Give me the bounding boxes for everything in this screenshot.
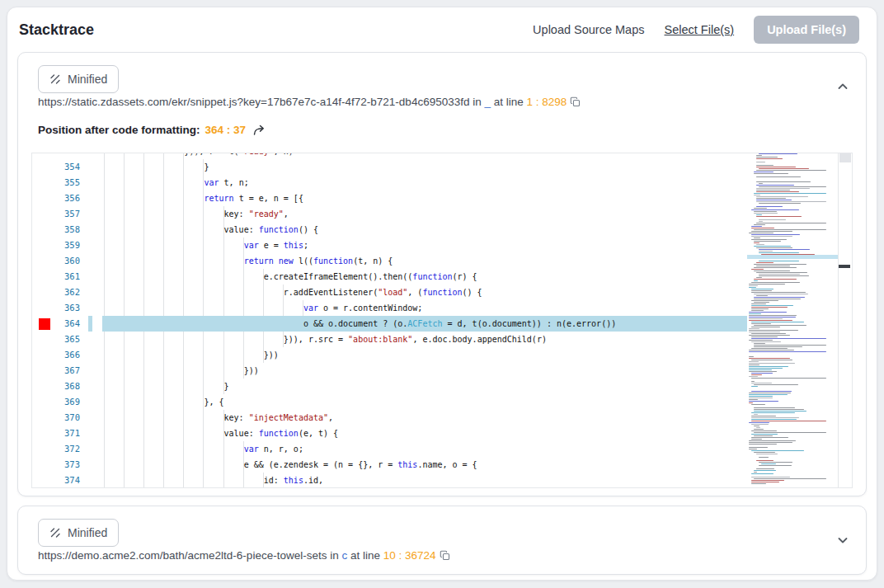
code-token: this xyxy=(397,457,417,473)
code-token: e = xyxy=(259,238,284,253)
minimap[interactable] xyxy=(747,153,839,487)
minified-badge[interactable]: Minified xyxy=(38,519,119,547)
glyph-margin xyxy=(32,473,55,487)
at-line-word: at line xyxy=(350,549,380,562)
code-line: 365})), r.src = "about:blank", e.doc.bod… xyxy=(32,332,747,347)
indent-guides xyxy=(85,394,204,410)
glyph-margin xyxy=(32,363,55,379)
code-token: })) xyxy=(244,363,259,379)
code-editor[interactable]: })), r = t("ready", n)354}355var t, n;35… xyxy=(31,153,853,488)
copy-icon[interactable] xyxy=(570,96,581,107)
goto-arrow-icon[interactable] xyxy=(252,124,266,136)
line-number xyxy=(55,153,85,159)
scrollbar-thumb[interactable] xyxy=(839,153,851,162)
code-token: var xyxy=(244,441,259,457)
code-token: value: xyxy=(224,426,259,441)
minimap-bar xyxy=(751,483,766,484)
indent-guides xyxy=(85,285,284,300)
upload-source-maps-label: Upload Source Maps xyxy=(533,23,644,36)
minified-badge[interactable]: Minified xyxy=(38,65,119,93)
frame-url: https://static.zdassets.com/ekr/snippet.… xyxy=(38,96,469,108)
line-number: 369 xyxy=(55,394,85,410)
line-number: 360 xyxy=(55,253,85,269)
line-number: 372 xyxy=(55,441,85,457)
line-number: 362 xyxy=(55,285,85,300)
code-token: } xyxy=(224,379,229,394)
line-number: 363 xyxy=(55,300,85,316)
stack-frame-panel-1: Minified https://static.zdassets.com/ekr… xyxy=(17,52,867,496)
position-label: Position after code formatting: xyxy=(38,124,200,136)
line-number: 357 xyxy=(55,206,85,222)
code-token: function xyxy=(422,285,462,300)
minimap-bar xyxy=(756,216,802,217)
minimap-bar xyxy=(749,351,826,352)
upload-files-button[interactable]: Upload File(s) xyxy=(754,16,859,44)
glyph-margin xyxy=(32,175,55,191)
line-number: 368 xyxy=(55,379,85,394)
page-title: Stacktrace xyxy=(19,21,94,39)
indent-guides xyxy=(85,473,264,487)
minimap-bar xyxy=(756,454,778,454)
line-number: 366 xyxy=(55,347,85,363)
code-token: return xyxy=(244,253,274,269)
expand-chevron-icon[interactable] xyxy=(836,534,849,547)
line-number: 361 xyxy=(55,269,85,285)
indent-guides xyxy=(85,269,264,285)
minimap-bar xyxy=(759,457,769,458)
minimap-bar xyxy=(759,275,809,276)
glyph-margin xyxy=(32,347,55,363)
glyph-margin xyxy=(32,394,55,410)
editor-scrollbar[interactable] xyxy=(839,153,852,487)
code-line: 373e && (e.zendesk = (n = {}, r = this.n… xyxy=(32,457,747,473)
minimap-bar xyxy=(751,412,795,413)
indent-guides xyxy=(85,379,224,394)
code-token: = d, t(o.document)) : n(e.error()) xyxy=(442,316,616,332)
scrollbar-line-marker xyxy=(839,265,850,268)
indent-guides xyxy=(85,159,204,175)
code-token: "ready" xyxy=(249,206,284,222)
code-token: })), r = t( xyxy=(184,153,238,159)
code-line: 362r.addEventListener("load", (function(… xyxy=(32,285,747,300)
frame-url: https://demo.acme2.com/bath/acme2ltd-6-p… xyxy=(38,549,327,562)
code-token: "load" xyxy=(378,285,407,300)
indent-guides xyxy=(85,253,244,269)
code-token: this xyxy=(284,473,303,487)
glyph-margin xyxy=(32,457,55,473)
code-token: .id, xyxy=(303,473,323,487)
code-token: new xyxy=(279,253,294,269)
line-number: 374 xyxy=(55,473,85,487)
collapse-chevron-icon[interactable] xyxy=(836,80,849,93)
indent-guides xyxy=(85,206,224,222)
glyph-margin xyxy=(32,153,55,159)
code-token: , xyxy=(328,410,333,426)
minimap-bar xyxy=(751,404,765,405)
minimap-bar xyxy=(759,153,797,154)
copy-icon[interactable] xyxy=(440,550,450,561)
header-actions: Upload Source Maps Select File(s) Upload… xyxy=(533,16,859,44)
code-line: 356return t = e, n = [{ xyxy=(32,191,747,206)
code-token: l(( xyxy=(294,253,313,269)
indent-guides xyxy=(85,191,204,206)
glyph-margin xyxy=(32,191,55,206)
line-number: 356 xyxy=(55,191,85,206)
frame-location: https://static.zdassets.com/ekr/snippet.… xyxy=(38,96,581,108)
select-files-link[interactable]: Select File(s) xyxy=(665,23,735,36)
minimap-bar xyxy=(756,223,826,223)
indent-guides xyxy=(85,332,284,347)
code-token: t = e, n = [{ xyxy=(234,191,303,206)
minimap-bar xyxy=(756,162,765,162)
code-line-partial: })), r = t("ready", n) xyxy=(32,153,747,159)
glyph-margin xyxy=(32,159,55,175)
frame-line-col: 1 : 8298 xyxy=(527,96,567,108)
line-number: 367 xyxy=(55,363,85,379)
minimap-bar xyxy=(756,181,811,182)
code-token: , xyxy=(284,206,289,222)
frame-symbol: c xyxy=(341,549,347,562)
code-token: (e, t) { xyxy=(299,426,338,441)
code-line: 363var o = r.contentWindow; xyxy=(32,300,747,316)
code-line: 364o && o.document ? (o.ACFetch = d, t(o… xyxy=(32,316,747,332)
code-token: e.createIframeElement().then(( xyxy=(264,269,413,285)
minimap-bar xyxy=(759,465,792,466)
minified-badge-label: Minified xyxy=(68,526,107,539)
indent-guides xyxy=(85,441,244,457)
